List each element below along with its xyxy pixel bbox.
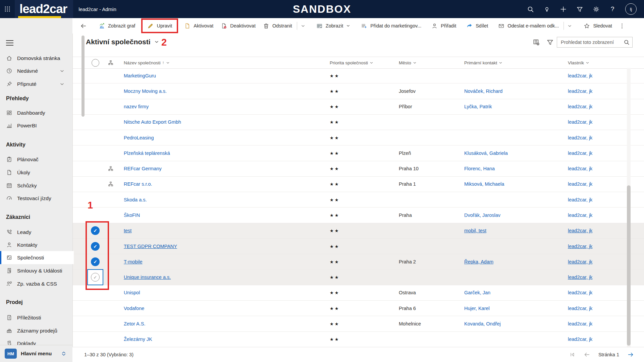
company-name-link[interactable]: nazev firmy	[124, 104, 149, 109]
company-name-link[interactable]: PedroLeasing	[124, 135, 154, 140]
app-launcher-waffle-icon[interactable]	[0, 0, 15, 18]
sidebar-item-home[interactable]: Domovská stránka	[0, 52, 72, 65]
edit-button[interactable]: Upravit	[144, 20, 176, 32]
company-name-link[interactable]: test	[124, 228, 131, 233]
company-name-link[interactable]: Železárny JK	[124, 337, 152, 342]
checked-checkbox-icon[interactable]: ✓	[91, 226, 100, 235]
filter-icon[interactable]	[576, 5, 583, 13]
sidebar-item-feedback-css[interactable]: Zp. vazba & CSS	[0, 277, 72, 290]
primary-contact-link[interactable]: Klusáková, Gabriela	[464, 150, 508, 156]
search-icon[interactable]	[527, 5, 534, 13]
search-icon[interactable]	[624, 39, 630, 45]
table-row[interactable]: ŠkoFIN ★★ Praha Dvořák, Jaroslav lead2ca…	[72, 207, 644, 223]
company-name-link[interactable]: Vodafone	[124, 306, 144, 311]
owner-link[interactable]: lead2car, jk	[568, 228, 592, 233]
owner-link[interactable]: lead2car, jk	[568, 197, 592, 202]
table-row[interactable]: ✓ T-mobile ★★ Praha 2 Řepka, Adam lead2c…	[72, 254, 644, 269]
sidebar-item-sales-records[interactable]: Záznamy prodejů	[0, 324, 72, 337]
table-row[interactable]: nazev firmy ★★ Příbor Lyčka, Patrik lead…	[72, 99, 644, 115]
more-commands-button[interactable]	[616, 20, 628, 32]
owner-link[interactable]: lead2car, jk	[568, 321, 592, 326]
chevron-down-icon[interactable]	[60, 69, 64, 73]
owner-link[interactable]: lead2car, jk	[568, 259, 592, 264]
table-row[interactable]: Moczny Moving a.s. ★★ Josefov Nováček, R…	[72, 83, 644, 99]
table-row[interactable]: REFcar Germany ★★ Praha 10 Florenc, Hana…	[72, 161, 644, 177]
owner-link[interactable]: lead2car, jk	[568, 306, 592, 311]
primary-contact-link[interactable]: Florenc, Hana	[464, 166, 495, 171]
view-selector[interactable]: Aktivní společnosti	[86, 38, 159, 46]
sidebar-item-meetings[interactable]: Schůzky	[0, 179, 72, 192]
vertical-scrollbar-thumb[interactable]	[627, 185, 631, 346]
settings-gear-icon[interactable]	[592, 5, 600, 13]
sidebar-item-tasks[interactable]: Úkoly	[0, 166, 72, 179]
show-chart-button[interactable]: Zobrazit graf	[95, 20, 139, 32]
company-name-link[interactable]: TEST GDPR COMPANY	[124, 244, 177, 249]
company-name-link[interactable]: Zetor A.S.	[124, 321, 145, 326]
sidebar-item-powerbi[interactable]: PowerBI	[0, 119, 72, 132]
primary-contact-link[interactable]: Dvořák, Jaroslav	[464, 213, 500, 218]
owner-link[interactable]: lead2car, jk	[568, 88, 592, 94]
owner-link[interactable]: lead2car, jk	[568, 104, 592, 109]
view-search-input[interactable]	[557, 37, 625, 47]
brand-logo[interactable]: lead2car	[15, 0, 73, 18]
sidebar-item-dashboards[interactable]: Dashboardy	[0, 106, 72, 119]
assign-button[interactable]: Přiřadit	[428, 20, 460, 32]
chevron-down-icon[interactable]	[60, 82, 64, 86]
overflow-chevron-icon[interactable]	[565, 24, 575, 28]
sidebar-item-contacts[interactable]: Kontakty	[0, 238, 72, 251]
company-name-link[interactable]: T-mobile	[124, 259, 143, 264]
company-name-link[interactable]: Unique insurance a.s.	[124, 275, 171, 280]
next-page-icon[interactable]	[627, 351, 634, 358]
secondary-scrollbar-thumb[interactable]	[82, 36, 85, 117]
row-checkbox-cell[interactable]: ✓	[91, 257, 100, 266]
owner-link[interactable]: lead2car, jk	[568, 181, 592, 187]
table-row[interactable]: Vodafone ★★ Praha 6 Hujer, Karel lead2ca…	[72, 301, 644, 316]
primary-contact-link[interactable]: Nováček, Richard	[464, 88, 502, 94]
sidebar-item-test-drives[interactable]: Testovací jízdy	[0, 192, 72, 205]
activate-button[interactable]: Aktivovat	[180, 20, 217, 32]
owner-link[interactable]: lead2car, jk	[568, 290, 592, 295]
sidebar-item-pinned[interactable]: Připnuté	[0, 77, 72, 90]
email-link-button[interactable]: Odeslat e-mailem odk...	[494, 20, 562, 32]
row-checkbox-cell[interactable]: ✓	[91, 242, 100, 251]
owner-link[interactable]: lead2car, jk	[568, 213, 592, 218]
table-row[interactable]: PedroLeasing ★★ lead2car, jk	[72, 130, 644, 145]
table-row[interactable]: Železárny JK ★★ lead2car, jk	[72, 332, 644, 347]
column-header-owner[interactable]: Vlastník	[562, 60, 644, 65]
company-name-link[interactable]: MarketingGuru	[124, 73, 156, 78]
owner-link[interactable]: lead2car, jk	[568, 135, 592, 140]
checked-checkbox-icon[interactable]: ✓	[91, 257, 100, 266]
hierarchy-icon[interactable]	[108, 166, 114, 172]
back-button[interactable]	[76, 20, 91, 32]
hierarchy-icon[interactable]	[108, 181, 114, 187]
table-row[interactable]: Plzeňská teplárenská ★★ Plzeň Klusáková,…	[72, 145, 644, 161]
sidebar-item-contracts-events[interactable]: Smlouvy & Události	[0, 264, 72, 277]
first-page-icon[interactable]	[569, 351, 576, 358]
add-to-marketing-list-button[interactable]: Přidat do marketingov...	[357, 20, 425, 32]
overflow-chevron-icon[interactable]	[298, 24, 308, 28]
company-name-link[interactable]: Moczny Moving a.s.	[124, 88, 167, 94]
column-header-priority[interactable]: Priorita společnosti	[324, 60, 393, 65]
company-name-link[interactable]: Nitsche Auto Export Gmbh	[124, 119, 181, 125]
help-icon[interactable]: ?	[609, 5, 616, 13]
sitemap-toggle-icon[interactable]	[6, 40, 13, 46]
table-row[interactable]: Unispol ★★ Ostrava Garček, Jan lead2car,…	[72, 285, 644, 301]
owner-link[interactable]: lead2car, jk	[568, 150, 592, 156]
lightbulb-icon[interactable]	[543, 5, 550, 13]
owner-link[interactable]: lead2car, jk	[568, 166, 592, 171]
primary-contact-link[interactable]: Hujer, Karel	[464, 306, 490, 311]
owner-link[interactable]: lead2car, jk	[568, 337, 592, 342]
table-row[interactable]: ✓ Unique insurance a.s. ★★ lead2car, jk	[72, 269, 644, 285]
table-row[interactable]: Skoda a.s. ★★ lead2car, jk	[72, 192, 644, 207]
sidebar-item-opportunities[interactable]: Příležitosti	[0, 311, 72, 324]
column-header-primary-contact[interactable]: Primární kontakt	[459, 60, 562, 65]
area-switcher-updown-icon[interactable]	[61, 351, 66, 356]
primary-contact-link[interactable]: Kovanda, Ondřej	[464, 321, 501, 326]
row-checkbox-cell[interactable]: ✓	[87, 269, 103, 285]
primary-contact-link[interactable]: Řepka, Adam	[464, 259, 493, 264]
edit-filters-icon[interactable]	[546, 39, 554, 47]
column-header-city[interactable]: Město	[393, 60, 459, 65]
owner-link[interactable]: lead2car, jk	[568, 275, 592, 280]
primary-contact-link[interactable]: Garček, Jan	[464, 290, 490, 295]
area-badge[interactable]: HM	[5, 349, 17, 359]
